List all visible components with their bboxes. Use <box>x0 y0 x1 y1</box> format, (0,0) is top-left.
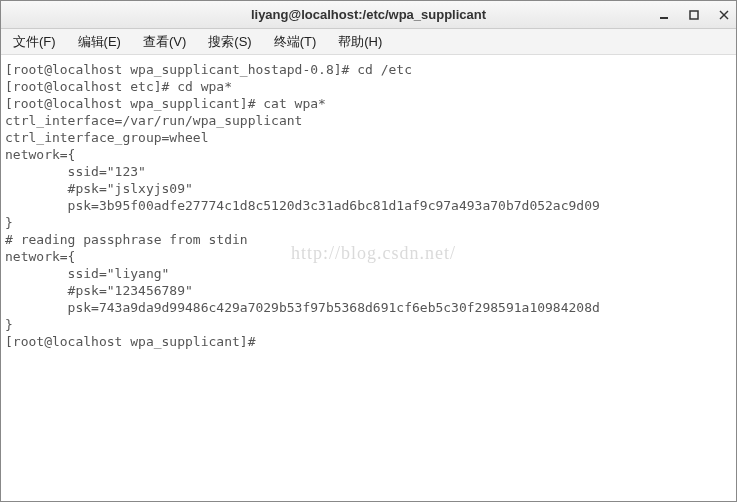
menu-search[interactable]: 搜索(S) <box>202 31 257 53</box>
menu-edit[interactable]: 编辑(E) <box>72 31 127 53</box>
terminal-line: network={ <box>5 249 75 264</box>
menubar: 文件(F) 编辑(E) 查看(V) 搜索(S) 终端(T) 帮助(H) <box>1 29 736 55</box>
minimize-button[interactable] <box>656 7 672 23</box>
terminal-line: #psk="jslxyjs09" <box>5 181 193 196</box>
terminal-line: [root@localhost wpa_supplicant]# cat wpa… <box>5 96 326 111</box>
maximize-button[interactable] <box>686 7 702 23</box>
terminal-line: [root@localhost wpa_supplicant_hostapd-0… <box>5 62 412 77</box>
svg-rect-1 <box>690 11 698 19</box>
menu-terminal[interactable]: 终端(T) <box>268 31 323 53</box>
terminal-line: } <box>5 317 13 332</box>
terminal-line: #psk="123456789" <box>5 283 193 298</box>
menu-file[interactable]: 文件(F) <box>7 31 62 53</box>
terminal-line: ssid="liyang" <box>5 266 169 281</box>
terminal-line: psk=743a9da9d99486c429a7029b53f97b5368d6… <box>5 300 600 315</box>
minimize-icon <box>659 10 669 20</box>
watermark: http://blog.csdn.net/ <box>291 245 456 262</box>
terminal-line: [root@localhost etc]# cd wpa* <box>5 79 232 94</box>
terminal-line: [root@localhost wpa_supplicant]# <box>5 334 263 349</box>
terminal-line: ssid="123" <box>5 164 146 179</box>
titlebar: liyang@localhost:/etc/wpa_supplicant <box>1 1 736 29</box>
close-icon <box>719 10 729 20</box>
maximize-icon <box>689 10 699 20</box>
close-button[interactable] <box>716 7 732 23</box>
terminal-line: psk=3b95f00adfe27774c1d8c5120d3c31ad6bc8… <box>5 198 600 213</box>
window-title: liyang@localhost:/etc/wpa_supplicant <box>1 7 736 22</box>
terminal-output[interactable]: [root@localhost wpa_supplicant_hostapd-0… <box>1 55 736 501</box>
terminal-line: ctrl_interface_group=wheel <box>5 130 209 145</box>
window-controls <box>656 7 732 23</box>
menu-help[interactable]: 帮助(H) <box>332 31 388 53</box>
menu-view[interactable]: 查看(V) <box>137 31 192 53</box>
terminal-line: } <box>5 215 13 230</box>
terminal-line: # reading passphrase from stdin <box>5 232 248 247</box>
terminal-line: network={ <box>5 147 75 162</box>
terminal-line: ctrl_interface=/var/run/wpa_supplicant <box>5 113 302 128</box>
